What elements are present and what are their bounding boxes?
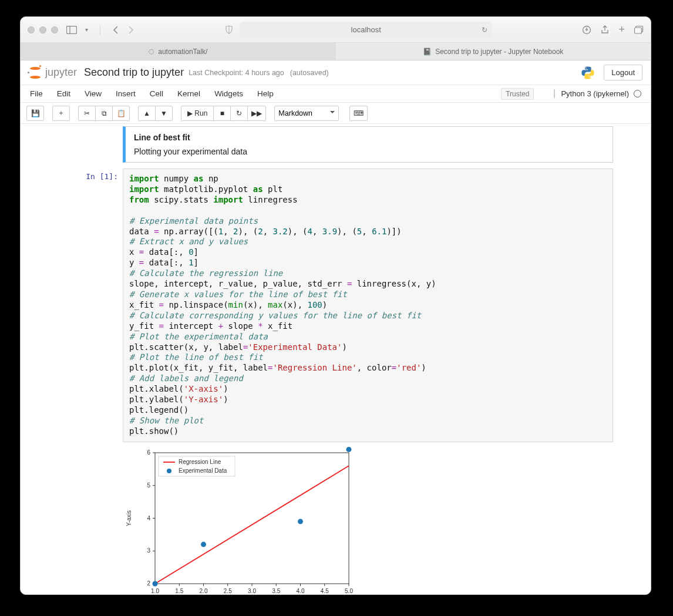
cell-output: 1.01.52.02.53.03.54.04.55.023456X-axisY-… xyxy=(123,447,613,594)
svg-rect-4 xyxy=(635,28,642,33)
restart-run-all-button[interactable]: ▶▶ xyxy=(247,106,266,121)
titlebar: ▾ localhost ↻ + xyxy=(21,17,651,43)
svg-text:2.0: 2.0 xyxy=(200,588,208,594)
jupyter-logo[interactable]: jupyter xyxy=(29,66,77,79)
svg-text:3: 3 xyxy=(147,547,150,554)
svg-text:3.5: 3.5 xyxy=(272,588,280,594)
interrupt-button[interactable]: ■ xyxy=(213,106,231,121)
address-bar-container: localhost ↻ xyxy=(134,22,582,38)
menu-file[interactable]: File xyxy=(30,89,43,98)
logo-text: jupyter xyxy=(45,66,77,79)
sidebar-icon[interactable] xyxy=(66,26,77,34)
svg-text:2: 2 xyxy=(147,580,150,587)
arrow-down-icon: ▼ xyxy=(160,109,167,117)
svg-text:1.0: 1.0 xyxy=(151,588,159,594)
kernel-name[interactable]: Python 3 (ipykernel) xyxy=(554,89,641,98)
menu-view[interactable]: View xyxy=(85,89,102,98)
tab-label: Second trip to jupyter - Jupyter Noteboo… xyxy=(435,48,563,56)
svg-text:2.5: 2.5 xyxy=(224,588,232,594)
menu-insert[interactable]: Insert xyxy=(116,89,136,98)
kernel-indicator-icon xyxy=(634,90,641,97)
reload-icon[interactable]: ↻ xyxy=(482,26,487,34)
markdown-cell[interactable]: Line of best fit Plotting your experimen… xyxy=(58,126,613,163)
svg-text:4.5: 4.5 xyxy=(321,588,329,594)
cell-type-select[interactable]: Markdown xyxy=(274,106,339,121)
code-editor[interactable]: import numpy as np import matplotlib.pyp… xyxy=(123,169,613,442)
output-chart: 1.01.52.02.53.03.54.04.55.023456X-axisY-… xyxy=(123,447,355,594)
separator xyxy=(100,25,100,35)
notebook-area[interactable]: Line of best fit Plotting your experimen… xyxy=(21,124,651,594)
run-button[interactable]: ▶ Run xyxy=(181,106,214,121)
minimize-window-icon[interactable] xyxy=(39,26,46,33)
svg-rect-0 xyxy=(67,26,77,33)
move-down-button[interactable]: ▼ xyxy=(155,106,173,121)
copy-button[interactable]: ⧉ xyxy=(95,106,113,121)
svg-text:5.0: 5.0 xyxy=(345,588,353,594)
run-label: Run xyxy=(194,109,207,117)
titlebar-left-icons: ▾ xyxy=(66,25,134,35)
command-palette-button[interactable]: ⌨ xyxy=(349,106,368,121)
shield-icon[interactable] xyxy=(224,22,234,38)
downloads-icon[interactable] xyxy=(582,25,591,35)
restart-icon: ↻ xyxy=(236,109,242,117)
move-up-button[interactable]: ▲ xyxy=(138,106,156,121)
menubar: File Edit View Insert Cell Kernel Widget… xyxy=(21,85,651,103)
chevron-down-icon[interactable]: ▾ xyxy=(85,26,88,33)
md-heading: Line of best fit xyxy=(134,133,604,142)
cut-icon: ✂ xyxy=(84,109,90,117)
menu-widgets[interactable]: Widgets xyxy=(214,89,243,98)
cut-button[interactable]: ✂ xyxy=(78,106,96,121)
browser-tab-1[interactable]: 📓 Second trip to jupyter - Jupyter Noteb… xyxy=(336,43,651,60)
save-button[interactable]: 💾 xyxy=(26,106,44,121)
trusted-badge[interactable]: Trusted xyxy=(501,88,534,100)
address-bar[interactable]: localhost ↻ xyxy=(240,22,492,38)
code-cell[interactable]: In [1]: import numpy as np import matplo… xyxy=(58,169,613,594)
browser-tabs: ◌ automationTalk/ 📓 Second trip to jupyt… xyxy=(21,43,651,60)
browser-tab-0[interactable]: ◌ automationTalk/ xyxy=(21,43,336,60)
svg-point-38 xyxy=(298,519,303,524)
fast-forward-icon: ▶▶ xyxy=(251,109,262,117)
zoom-window-icon[interactable] xyxy=(51,26,58,33)
menu-cell[interactable]: Cell xyxy=(150,89,163,98)
svg-point-43 xyxy=(167,469,171,473)
svg-text:4.0: 4.0 xyxy=(297,588,305,594)
svg-text:5: 5 xyxy=(147,482,150,488)
add-cell-button[interactable]: ＋ xyxy=(52,106,70,121)
titlebar-right-icons: + xyxy=(582,23,644,36)
svg-text:4: 4 xyxy=(147,514,150,521)
save-icon: 💾 xyxy=(31,109,40,117)
plus-icon: ＋ xyxy=(58,108,65,118)
restart-button[interactable]: ↻ xyxy=(230,106,248,121)
logout-button[interactable]: Logout xyxy=(604,65,642,80)
markdown-cell-body[interactable]: Line of best fit Plotting your experimen… xyxy=(123,126,613,163)
share-icon[interactable] xyxy=(601,25,609,35)
svg-text:3.0: 3.0 xyxy=(248,588,256,594)
tabs-overview-icon[interactable] xyxy=(634,26,644,34)
back-icon[interactable] xyxy=(112,26,119,34)
svg-text:6: 6 xyxy=(147,449,150,456)
keyboard-icon: ⌨ xyxy=(354,109,364,117)
notebook-title[interactable]: Second trip to jupyter xyxy=(84,66,184,79)
new-tab-icon[interactable]: + xyxy=(618,23,625,36)
md-paragraph: Plotting your experimental data xyxy=(134,147,604,156)
menu-edit[interactable]: Edit xyxy=(57,89,70,98)
close-window-icon[interactable] xyxy=(28,26,35,33)
notebook-icon: 📓 xyxy=(423,48,432,56)
forward-icon[interactable] xyxy=(127,26,134,34)
svg-text:Experimental Data: Experimental Data xyxy=(179,467,227,474)
arrow-up-icon: ▲ xyxy=(143,109,150,117)
cell-type-value: Markdown xyxy=(278,109,312,117)
menu-kernel[interactable]: Kernel xyxy=(177,89,200,98)
jupyter-logo-icon xyxy=(29,66,42,79)
window-controls xyxy=(28,26,58,33)
svg-text:Y-axis: Y-axis xyxy=(126,510,132,526)
svg-point-36 xyxy=(153,581,158,586)
browser-window: ▾ localhost ↻ + ◌ automationTalk/ 📓 Seco xyxy=(20,16,651,595)
paste-button[interactable]: 📋 xyxy=(112,106,130,121)
menu-help[interactable]: Help xyxy=(257,89,274,98)
svg-text:Regression Line: Regression Line xyxy=(179,459,221,465)
svg-point-37 xyxy=(201,541,206,547)
toolbar: 💾 ＋ ✂ ⧉ 📋 ▲ ▼ ▶ Run ■ ↻ ▶▶ Markdown ⌨ xyxy=(21,103,651,124)
tab-label: automationTalk/ xyxy=(158,48,207,56)
address-text: localhost xyxy=(351,25,381,34)
